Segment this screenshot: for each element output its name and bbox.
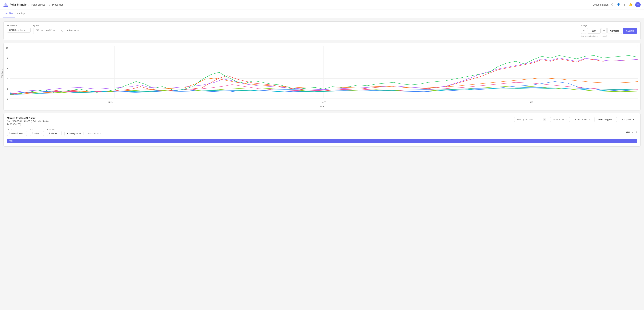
- reset-view-label: Reset View: [88, 132, 98, 135]
- avatar[interactable]: FB: [635, 2, 640, 7]
- root-label: root: [9, 140, 12, 142]
- download-label: Download pprof: [597, 118, 612, 121]
- y-tick-4: 4: [7, 78, 8, 80]
- runtimes-select[interactable]: Runtimes ⌄: [47, 131, 62, 136]
- range-controls: − 15m + Compare Search: [581, 28, 637, 34]
- main-content: Profile type CPU Samples ⌄ Query Range −…: [0, 18, 644, 150]
- controls-row: Group Function Name ⌄ Sort Function ⌄ Ru…: [7, 128, 637, 136]
- group-value: Function Name: [9, 132, 22, 135]
- show-legend-button[interactable]: Show legend 👁: [64, 131, 84, 136]
- range-label: Range: [581, 24, 637, 27]
- range-value-display: 15m: [587, 28, 600, 33]
- download-pprof-button[interactable]: Download pprof ↓: [594, 117, 617, 122]
- search-button[interactable]: Search: [623, 28, 637, 34]
- sort-select[interactable]: Function ⌄: [30, 131, 44, 136]
- controls-right: Icicle ⌄ ℹ: [624, 130, 637, 135]
- panel-title: Merged Profiles Of Query: [7, 117, 50, 119]
- profile-type-group: Profile type CPU Samples ⌄: [7, 24, 30, 32]
- panel-header: Merged Profiles Of Query from 2024-03-01…: [7, 117, 637, 126]
- logo[interactable]: Polar Signals: [4, 2, 26, 7]
- runtimes-value: Runtimes: [48, 132, 57, 135]
- y-axis-label: CPU Cores: [1, 69, 3, 78]
- svg-marker-1: [4, 4, 7, 6]
- breadcrumb-sep-1: /: [28, 3, 29, 6]
- header-left: Polar Signals / Polar Signals ⌄ / Produc…: [4, 2, 66, 7]
- breadcrumb-label-2: Production: [52, 3, 64, 6]
- query-bar: Profile type CPU Samples ⌄ Query Range −…: [4, 21, 640, 40]
- compare-button[interactable]: Compare: [607, 28, 622, 34]
- sort-value: Function: [32, 132, 39, 135]
- plus-icon[interactable]: ＋: [623, 3, 626, 7]
- panel-subtitle-1: from 2024-03-01 14:23:37 (UTC) to 2024-0…: [7, 120, 50, 123]
- profile-type-value: CPU Samples: [9, 29, 23, 31]
- x-tick-1430: 14:30: [321, 101, 326, 103]
- show-legend-label: Show legend: [66, 132, 78, 135]
- sort-control: Sort Function ⌄: [30, 128, 44, 136]
- y-tick-6: 6: [7, 67, 8, 69]
- reset-view-button[interactable]: Reset View ↺: [86, 131, 103, 136]
- profile-type-label: Profile type: [7, 24, 30, 27]
- add-panel-button[interactable]: Add panel ＋: [619, 117, 637, 122]
- root-bar[interactable]: root: [7, 139, 637, 143]
- sort-label: Sort: [30, 128, 44, 130]
- flamegraph-info-icon[interactable]: ℹ: [636, 131, 637, 134]
- timeseries-chart: [10, 46, 638, 100]
- panel-actions: Filter by function › Preferences ⇌ Share…: [514, 117, 637, 122]
- group-label: Group: [7, 128, 27, 130]
- chart-area: ℹ 10 8 6 4 2 0 CPU Cores: [4, 43, 640, 111]
- documentation-link[interactable]: Documentation: [593, 3, 608, 6]
- range-minus-button[interactable]: −: [581, 28, 586, 34]
- header-right: Documentation ☾ 👤 ＋ 🔔 FB: [593, 2, 640, 7]
- filter-placeholder: Filter by function: [516, 118, 542, 121]
- filter-by-function-input[interactable]: Filter by function ›: [514, 117, 548, 122]
- users-icon[interactable]: 👤: [617, 3, 620, 6]
- reset-icon: ↺: [100, 132, 101, 135]
- query-label: Query: [33, 24, 578, 27]
- query-input-group: Query: [33, 24, 578, 34]
- preferences-icon: ⇌: [566, 118, 567, 121]
- y-tick-8: 8: [7, 57, 8, 59]
- profile-type-select[interactable]: CPU Samples ⌄: [7, 28, 30, 32]
- group-chevron-icon: ⌄: [24, 132, 25, 135]
- bottom-panel: Merged Profiles Of Query from 2024-03-01…: [4, 113, 640, 147]
- group-select[interactable]: Function Name ⌄: [7, 131, 27, 136]
- add-panel-label: Add panel: [621, 118, 631, 121]
- breadcrumb-label-1: Polar Signals: [32, 3, 46, 6]
- preferences-label: Preferences: [552, 118, 564, 121]
- chart-wrapper: 10 8 6 4 2 0 CPU Cores: [6, 46, 638, 108]
- tab-settings[interactable]: Settings: [15, 9, 28, 18]
- breadcrumb-sep-2: /: [49, 3, 50, 6]
- icicle-select[interactable]: Icicle ⌄: [624, 130, 635, 135]
- x-tick-1425: 14:25: [108, 101, 112, 103]
- app-header: Polar Signals / Polar Signals ⌄ / Produc…: [0, 0, 644, 9]
- avatar-initials: FB: [636, 3, 639, 6]
- y-tick-0: 0: [7, 98, 8, 100]
- tabs-bar: Profiler Settings: [0, 9, 644, 18]
- share-icon: ↗: [588, 118, 590, 121]
- moon-icon[interactable]: ☾: [611, 3, 614, 6]
- runtimes-chevron-icon: ⌄: [58, 132, 60, 135]
- share-profile-button[interactable]: Share profile ↗: [572, 117, 592, 122]
- logo-text: Polar Signals: [10, 3, 26, 6]
- breadcrumb-production[interactable]: Production ⌄: [52, 3, 66, 6]
- chevron-icon-2: ⌄: [64, 4, 66, 5]
- sort-chevron-icon: ⌄: [40, 132, 42, 135]
- add-panel-icon: ＋: [632, 118, 634, 121]
- bell-icon[interactable]: 🔔: [629, 3, 632, 6]
- panel-subtitle-2: 14:38:37 (UTC): [7, 123, 50, 126]
- download-icon: ↓: [613, 118, 614, 121]
- group-control: Group Function Name ⌄: [7, 128, 27, 136]
- x-axis-label: Time: [6, 105, 638, 108]
- share-profile-label: Share profile: [574, 118, 587, 121]
- range-group: Range − 15m + Compare Search Use absolut: [581, 24, 637, 37]
- preferences-button[interactable]: Preferences ⇌: [550, 117, 570, 122]
- range-plus-button[interactable]: +: [601, 28, 607, 34]
- profile-type-chevron: ⌄: [24, 29, 26, 31]
- query-input[interactable]: [33, 28, 578, 34]
- panel-info: Merged Profiles Of Query from 2024-03-01…: [7, 117, 50, 126]
- absolute-time-hint[interactable]: Use absolute start time instead: [581, 35, 637, 37]
- tab-profiler[interactable]: Profiler: [4, 9, 15, 18]
- x-tick-1435: 14:35: [528, 101, 533, 103]
- runtimes-control: Runtimes Runtimes ⌄: [47, 128, 62, 136]
- breadcrumb-polar-signals[interactable]: Polar Signals ⌄: [32, 3, 48, 6]
